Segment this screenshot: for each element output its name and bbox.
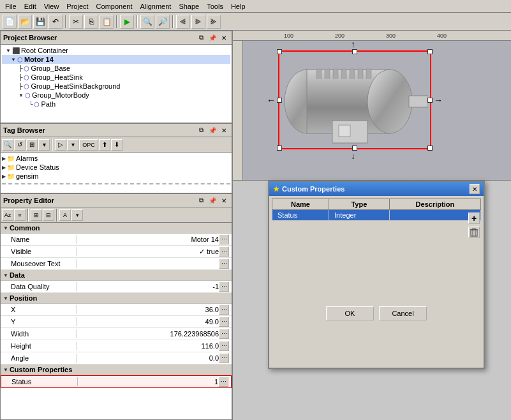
zoom-in-button[interactable]: 🔍	[140, 15, 154, 29]
motor-wrapper[interactable]: ↑ ↓ ← →	[275, 50, 434, 156]
prop-height-value[interactable]: 116.0 ⋯	[77, 340, 232, 352]
tree-group-base[interactable]: ├ ⬡ Group_Base	[2, 64, 230, 73]
prop-width-btn[interactable]: ⋯	[219, 329, 229, 339]
dialog-ok-button[interactable]: OK	[326, 306, 374, 320]
move-arrow-right[interactable]: →	[434, 95, 443, 105]
prop-dataquality-value[interactable]: -1 ⋯	[77, 281, 232, 292]
menu-component[interactable]: Component	[93, 1, 137, 11]
expand-position[interactable]: ▼	[3, 296, 8, 301]
menu-view[interactable]: View	[40, 1, 63, 11]
tag-grid-btn[interactable]: ⊞	[26, 139, 38, 151]
tag-import-btn[interactable]: ⬇	[111, 139, 122, 151]
tag-alarms[interactable]: ▶ 📁 Alarms	[2, 154, 230, 163]
prop-status-btn[interactable]: ⋯	[218, 377, 228, 387]
save-button[interactable]: 💾	[33, 15, 47, 29]
prop-x-btn[interactable]: ⋯	[219, 304, 229, 315]
pe-sort-alpha-btn[interactable]: Az	[2, 209, 13, 221]
canvas-area[interactable]: 100 200 300 400	[233, 31, 511, 181]
expand-gensim[interactable]: ▶	[2, 174, 6, 179]
prop-name-btn[interactable]: ⋯	[219, 234, 229, 244]
tag-dropdown-btn[interactable]: ▾	[38, 139, 50, 151]
pe-float-icon[interactable]: ⧉	[196, 195, 206, 206]
tag-opc-btn[interactable]: OPC	[79, 139, 98, 151]
menu-tools[interactable]: Tools	[203, 1, 227, 11]
tag-search-btn[interactable]: 🔍	[2, 139, 13, 151]
move-arrow-top[interactable]: ↑	[351, 41, 355, 49]
prop-dataquality-btn[interactable]: ⋯	[219, 281, 229, 292]
expand-motor14[interactable]: ▼	[11, 57, 16, 63]
pe-font-btn[interactable]: A	[59, 209, 71, 221]
pb-pin-icon[interactable]: 📌	[207, 33, 218, 43]
align-right-button[interactable]: ⫸	[207, 15, 221, 29]
tree-motor14[interactable]: ▼ ⬡ Motor 14	[2, 55, 230, 64]
tag-gensim[interactable]: ▶ 📁 gensim	[2, 172, 230, 181]
expand-alarms[interactable]: ▶	[2, 156, 6, 161]
prop-y-btn[interactable]: ⋯	[219, 317, 229, 327]
expand-data[interactable]: ▼	[3, 273, 8, 278]
menu-help[interactable]: Help	[227, 1, 249, 11]
move-arrow-left[interactable]: ←	[267, 95, 276, 105]
tb-close-icon[interactable]: ✕	[219, 125, 229, 135]
cut-button[interactable]: ✂	[69, 15, 83, 29]
menu-file[interactable]: File	[1, 1, 20, 11]
expand-device-status[interactable]: ▶	[2, 165, 6, 170]
dialog-titlebar[interactable]: ★ Custom Properties ✕	[269, 182, 484, 196]
tree-group-heatsinkbg[interactable]: ├ ⬡ Group_HeatSinkBackground	[2, 82, 230, 91]
handle-tr[interactable]	[427, 49, 433, 54]
tb-float-icon[interactable]: ⧉	[196, 125, 206, 135]
tree-group-motorbody[interactable]: ▼ ⬡ Group_MotorBody	[2, 91, 230, 100]
dialog-close-button[interactable]: ✕	[470, 184, 480, 194]
dialog-delete-button[interactable]	[468, 227, 480, 238]
expand-common[interactable]: ▼	[3, 225, 8, 231]
align-left-button[interactable]: ⫷	[176, 15, 190, 29]
zoom-out-button[interactable]: 🔎	[156, 15, 170, 29]
menu-edit[interactable]: Edit	[20, 1, 40, 11]
pe-more-btn[interactable]: ▾	[71, 209, 83, 221]
tb-pin-icon[interactable]: 📌	[207, 125, 218, 135]
prop-x-value[interactable]: 36.0 ⋯	[77, 304, 232, 315]
handle-mr[interactable]	[427, 98, 433, 103]
prop-height-btn[interactable]: ⋯	[219, 341, 229, 351]
table-row-status[interactable]: Status Integer	[272, 210, 481, 221]
canvas-content[interactable]: ↑ ↓ ← →	[243, 41, 511, 180]
prop-status-value[interactable]: 1 ⋯	[78, 376, 231, 387]
menu-alignment[interactable]: Alignment	[136, 1, 175, 11]
dialog-add-button[interactable]: +	[468, 213, 480, 224]
undo-button[interactable]: ↶	[48, 15, 63, 29]
menu-project[interactable]: Project	[63, 1, 92, 11]
pe-collapse-btn[interactable]: ⊟	[43, 209, 54, 221]
tag-refresh-btn[interactable]: ↺	[14, 139, 26, 151]
tag-export-btn[interactable]: ⬆	[99, 139, 110, 151]
tree-root-container[interactable]: ▼ ⬛ Root Container	[2, 46, 230, 55]
pe-pin-icon[interactable]: 📌	[207, 195, 218, 206]
expand-root[interactable]: ▼	[6, 48, 11, 54]
pb-float-icon[interactable]: ⧉	[196, 33, 206, 43]
pb-close-icon[interactable]: ✕	[219, 33, 229, 43]
pe-sort-cat-btn[interactable]: ≡	[14, 209, 26, 221]
prop-y-value[interactable]: 49.0 ⋯	[77, 316, 232, 327]
expand-custom-properties[interactable]: ▼	[3, 367, 8, 373]
prop-visible-value[interactable]: ✓ true ⋯	[77, 246, 232, 257]
tree-group-heatsink[interactable]: ├ ⬡ Group_HeatSink	[2, 73, 230, 82]
paste-button[interactable]: 📋	[100, 15, 114, 29]
prop-mouseover-value[interactable]: ⋯	[77, 258, 232, 269]
run-button[interactable]: ▶	[120, 15, 134, 29]
tag-device-status[interactable]: ▶ 📁 Device Status	[2, 163, 230, 172]
expand-motorbody[interactable]: ▼	[19, 93, 24, 98]
tag-arrow-btn[interactable]: ▷	[55, 139, 66, 151]
prop-width-value[interactable]: 176.223968506 ⋯	[77, 328, 232, 340]
tree-path[interactable]: └ ⬡ Path	[2, 100, 230, 109]
tag-down-btn[interactable]: ▾	[67, 139, 78, 151]
dialog-cancel-button[interactable]: Cancel	[379, 306, 427, 320]
prop-angle-value[interactable]: 0.0 ⋯	[77, 352, 232, 364]
prop-visible-btn[interactable]: ⋯	[219, 246, 229, 257]
prop-mouseover-btn[interactable]: ⋯	[219, 259, 229, 269]
align-center-button[interactable]: ⫸	[191, 15, 205, 29]
prop-status-row[interactable]: Status 1 ⋯	[1, 375, 232, 388]
pe-expand-btn[interactable]: ⊞	[31, 209, 42, 221]
new-button[interactable]: 📄	[3, 15, 17, 29]
move-arrow-bottom[interactable]: ↓	[351, 151, 355, 161]
open-button[interactable]: 📂	[18, 15, 32, 29]
menu-shape[interactable]: Shape	[175, 1, 203, 11]
prop-name-value[interactable]: Motor 14 ⋯	[77, 234, 232, 245]
